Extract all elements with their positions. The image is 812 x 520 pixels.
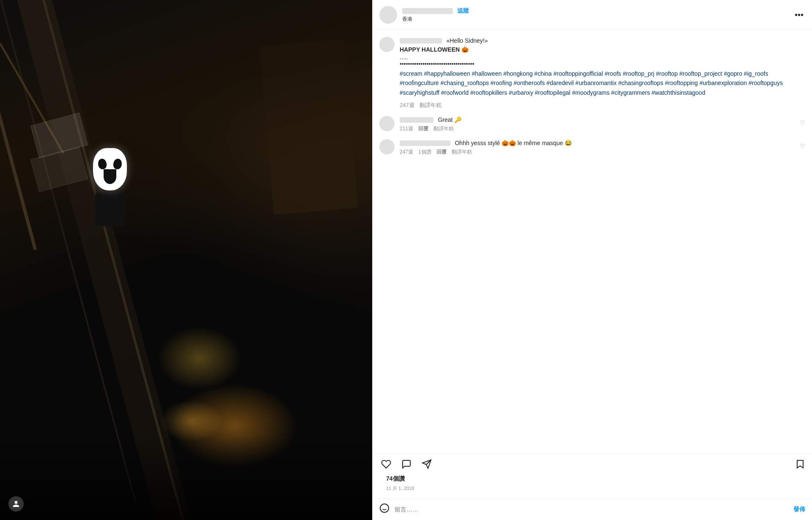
comment-text-2: Ohhh yesss stylé 🎃🎃 le même masque 😂: [455, 140, 572, 146]
caption-prefix: «Hello Sidney!»: [446, 37, 488, 44]
info-panel: 追蹤 香港 ••• «Hello Sidney!» HAPPY HALLOWEE…: [372, 0, 812, 520]
post-comment-button[interactable]: 發佈: [793, 506, 805, 513]
more-options-icon[interactable]: •••: [793, 10, 805, 20]
comment-content-1: Great 🔑 211週 回覆 翻譯年糕: [400, 116, 805, 132]
comment-like-icon-2[interactable]: ♡: [800, 143, 805, 149]
comment-translate-1[interactable]: 翻譯年糕: [433, 125, 454, 132]
caption-weeks: 247週: [400, 102, 414, 109]
poster-avatar[interactable]: [379, 6, 397, 24]
caption-avatar[interactable]: [379, 37, 395, 52]
actions-bar: 74個讚 11 月 1, 2018: [373, 454, 812, 498]
post-image: [0, 0, 372, 520]
caption-username[interactable]: [400, 38, 442, 44]
comment-input-area: 發佈: [373, 498, 812, 520]
caption-content: «Hello Sidney!» HAPPY HALLOWEEN 🎃 ..... …: [400, 37, 805, 109]
comment-avatar-2[interactable]: [379, 139, 395, 154]
comment-reply-2[interactable]: 回覆: [436, 149, 447, 156]
caption-meta: 247週 翻譯年糕: [400, 102, 805, 109]
caption-hashtags: #scream #happyhalloween #halloween #hong…: [400, 69, 805, 97]
comment-translate-2[interactable]: 翻譯年糕: [452, 149, 472, 156]
post-location: 香港: [402, 16, 793, 23]
caption-dots2: ••••••••••••••••••••••••••••••••••••: [400, 61, 805, 67]
follow-button[interactable]: 追蹤: [457, 7, 469, 15]
like-button[interactable]: [379, 457, 393, 473]
caption-area: «Hello Sidney!» HAPPY HALLOWEEN 🎃 ..... …: [373, 30, 812, 454]
comment-time-1: 211週: [400, 125, 413, 132]
user-profile-icon[interactable]: [8, 496, 24, 512]
svg-point-3: [380, 504, 389, 512]
action-icons-row: [379, 457, 805, 473]
comment-likes-count-2: 1個讚: [418, 149, 431, 156]
comment-username-2[interactable]: [400, 140, 450, 146]
svg-marker-2: [797, 460, 803, 468]
comment-avatar-1[interactable]: [379, 116, 395, 131]
comment-text-1: Great 🔑: [438, 116, 461, 123]
comment-like-icon-1[interactable]: ♡: [800, 119, 805, 126]
comment-time-2: 247週: [400, 149, 413, 156]
likes-count: 74個讚: [379, 473, 805, 484]
comment-item-2: Ohhh yesss stylé 🎃🎃 le même masque 😂 247…: [379, 139, 805, 156]
poster-username[interactable]: [402, 8, 453, 14]
comment-meta-2: 247週 1個讚 回覆 翻譯年糕: [400, 149, 805, 156]
comment-username-1[interactable]: [400, 117, 433, 123]
comment-meta-1: 211週 回覆 翻譯年糕: [400, 125, 805, 132]
share-button[interactable]: [420, 457, 433, 473]
comment-input[interactable]: [395, 506, 788, 513]
caption-block: «Hello Sidney!» HAPPY HALLOWEEN 🎃 ..... …: [379, 37, 805, 109]
comment-item: Great 🔑 211週 回覆 翻譯年糕 ♡: [379, 116, 805, 132]
post-header: 追蹤 香港 •••: [373, 0, 812, 30]
comment-reply-1[interactable]: 回覆: [418, 125, 428, 132]
mask-figure: [85, 148, 135, 224]
save-button[interactable]: [795, 459, 805, 472]
post-date: 11 月 1, 2018: [379, 484, 805, 495]
emoji-button[interactable]: [379, 503, 390, 516]
caption-title: HAPPY HALLOWEEN 🎃: [400, 46, 805, 53]
caption-translate[interactable]: 翻譯年糕: [420, 102, 442, 109]
comment-content-2: Ohhh yesss stylé 🎃🎃 le même masque 😂 247…: [400, 139, 805, 156]
comment-button[interactable]: [400, 457, 413, 473]
header-info: 追蹤 香港: [402, 7, 793, 23]
username-row: 追蹤: [402, 7, 793, 15]
caption-dots1: .....: [400, 54, 805, 61]
